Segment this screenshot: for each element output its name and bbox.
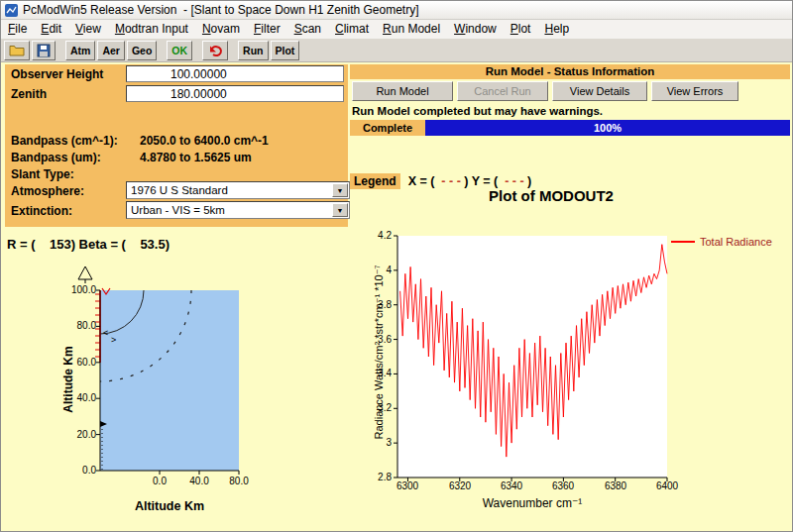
- menu-item-novam[interactable]: Novam: [195, 20, 247, 39]
- spec-ytick-label: 3: [358, 437, 392, 448]
- run-model-status-panel: Run Model - Status Information Run Model…: [350, 64, 790, 138]
- zenith-input[interactable]: [126, 85, 344, 102]
- menu-item-file[interactable]: File: [1, 20, 34, 39]
- menu-item-window[interactable]: Window: [447, 20, 504, 39]
- menu-item-edit[interactable]: Edit: [34, 20, 68, 39]
- atmosphere-value: 1976 U S Standard: [131, 184, 228, 196]
- chevron-down-icon[interactable]: ▼: [332, 183, 348, 197]
- run-button[interactable]: Run: [238, 41, 268, 60]
- cursor-y-value: - - -: [502, 174, 524, 188]
- extinction-value: Urban - VIS = 5km: [131, 204, 225, 216]
- menu-item-run-model[interactable]: Run Model: [376, 20, 447, 39]
- geo-ytick-label: 80.0: [62, 320, 96, 331]
- undo-button[interactable]: [202, 41, 228, 60]
- geometry-x-axis-label: Altitude Km: [100, 499, 239, 513]
- menu-item-filter[interactable]: Filter: [247, 20, 287, 39]
- red-line-swatch: [671, 241, 695, 243]
- geo-xtick-label: 40.0: [182, 476, 216, 486]
- view-errors-button[interactable]: View Errors: [651, 81, 738, 101]
- legend-chip: Legend: [350, 173, 400, 189]
- series-legend-label: Total Radiance: [700, 236, 772, 248]
- menu-item-scan[interactable]: Scan: [287, 20, 328, 39]
- complete-label: Complete: [350, 120, 425, 136]
- geo-ytick-label: 20.0: [62, 429, 96, 440]
- observer-height-label: Observer Height: [11, 67, 103, 81]
- app-icon: [5, 4, 18, 17]
- spec-ytick-label: 3.6: [358, 334, 392, 345]
- view-details-button[interactable]: View Details: [552, 81, 647, 101]
- bandpass-cm-label: Bandpass (cm^-1):: [11, 134, 118, 148]
- cursor-x-value: - - -: [438, 174, 461, 188]
- menu-item-help[interactable]: Help: [537, 20, 576, 39]
- atm-button[interactable]: Atm: [65, 41, 95, 60]
- bandpass-um-value: 4.8780 to 1.5625 um: [140, 151, 252, 164]
- save-icon: [37, 44, 51, 57]
- atmosphere-label: Atmosphere:: [11, 184, 84, 198]
- open-folder-icon: [9, 44, 25, 56]
- spectrum-y-axis-label: Radiance Watts/cm² *str*cm⁻¹ *10⁻⁷: [373, 194, 386, 511]
- cursor-y-label: ) Y = (: [461, 174, 502, 188]
- spec-xtick-label: 6300: [390, 480, 425, 491]
- progress-bar: 100%: [425, 120, 790, 136]
- ok-button[interactable]: OK: [167, 41, 192, 60]
- observer-marker-icon: [76, 265, 94, 283]
- extinction-label: Extinction:: [11, 204, 72, 218]
- chevron-down-icon[interactable]: ▼: [332, 203, 348, 217]
- cursor-x-label: X = (: [408, 174, 438, 188]
- status-header: Run Model - Status Information: [350, 64, 790, 79]
- open-file-button[interactable]: [4, 41, 30, 60]
- atmosphere-area: [100, 290, 239, 471]
- parameters-panel: Observer Height Zenith Bandpass (cm^-1):…: [5, 64, 348, 227]
- menu-item-plot[interactable]: Plot: [504, 20, 538, 39]
- run-model-button[interactable]: Run Model: [352, 81, 453, 101]
- menu-item-modtran-input[interactable]: Modtran Input: [108, 20, 195, 39]
- aer-button[interactable]: Aer: [97, 41, 125, 60]
- atmosphere-select[interactable]: 1976 U S Standard ▼: [126, 181, 350, 199]
- bandpass-cm-value: 2050.0 to 6400.0 cm^-1: [140, 134, 269, 148]
- plot-background: [397, 236, 667, 478]
- geo-xtick-label: 80.0: [222, 476, 256, 486]
- cursor-close-paren: ): [524, 174, 532, 188]
- spec-xtick-label: 6320: [442, 480, 478, 491]
- app-window: PcModWin5 Release Version - [Slant to Sp…: [0, 0, 793, 532]
- slant-type-label: Slant Type:: [11, 167, 74, 181]
- geo-ytick-label: 60.0: [62, 357, 96, 368]
- plot-button[interactable]: Plot: [271, 41, 300, 60]
- toolbar: Atm Aer Geo OK Run Plot: [1, 39, 792, 62]
- spec-xtick-label: 6340: [494, 480, 529, 491]
- r-beta-readout: R = ( 153) Beta = ( 53.5): [7, 237, 170, 252]
- spec-xtick-label: 6400: [649, 480, 685, 491]
- spec-xtick-label: 6360: [545, 480, 581, 491]
- extinction-select[interactable]: Urban - VIS = 5km ▼: [126, 201, 350, 219]
- geometry-y-axis-label: Altitude Km: [61, 310, 75, 449]
- geo-ytick-label: 40.0: [62, 392, 96, 403]
- spec-xtick-label: 6380: [598, 480, 633, 491]
- undo-arrow-icon: [207, 44, 223, 57]
- geo-ytick-label: 100.0: [62, 284, 96, 295]
- zenith-label: Zenith: [11, 87, 47, 101]
- menu-bar: File Edit View Modtran Input Novam Filte…: [1, 20, 792, 40]
- spec-ytick-label: 3.8: [358, 299, 392, 310]
- spec-ytick-label: 4: [358, 265, 392, 275]
- title-bar: PcModWin5 Release Version - [Slant to Sp…: [1, 1, 792, 20]
- cancel-run-button[interactable]: Cancel Run: [457, 81, 548, 101]
- observer-height-input[interactable]: [126, 65, 344, 82]
- angle-glyph-right: >: [111, 335, 116, 345]
- geo-ytick-label: 0.0: [62, 465, 96, 476]
- plot-title: Plot of MODOUT2: [402, 187, 700, 204]
- save-button[interactable]: [32, 41, 56, 60]
- spec-ytick-label: 3.2: [358, 402, 392, 413]
- menu-item-climat[interactable]: Climat: [328, 20, 376, 39]
- geo-button[interactable]: Geo: [127, 41, 157, 60]
- spectrum-plot: [390, 230, 683, 489]
- geometry-plot: < >: [92, 286, 251, 484]
- bandpass-um-label: Bandpass (um):: [11, 151, 101, 164]
- menu-item-view[interactable]: View: [68, 20, 108, 39]
- spec-ytick-label: 3.4: [358, 368, 392, 378]
- angle-glyph-left: <: [103, 328, 108, 338]
- window-title: PcModWin5 Release Version - [Slant to Sp…: [23, 3, 419, 17]
- spec-ytick-label: 2.8: [358, 472, 392, 482]
- spec-ytick-label: 4.2: [358, 230, 392, 241]
- spectrum-x-axis-label: Wavenumber cm⁻¹: [413, 496, 651, 510]
- series-legend: Total Radiance: [671, 236, 772, 248]
